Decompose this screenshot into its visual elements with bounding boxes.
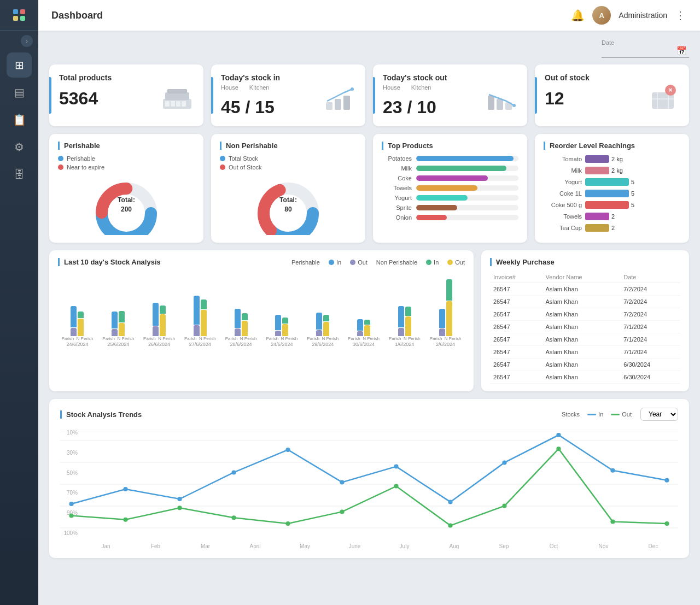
- calendar-icon[interactable]: 📅: [676, 46, 687, 56]
- legend-total-stock: Total Stock: [220, 155, 262, 162]
- sidebar-item-dashboard[interactable]: ⊞: [7, 52, 32, 78]
- bar-np-in: [201, 299, 207, 309]
- sidebar-nav: ⊞ ▤ 📋 ⚙ 🗄: [0, 52, 38, 187]
- logo-grid: [13, 9, 25, 21]
- trend-x-label: Jan: [81, 543, 131, 549]
- stock-out-icon: [485, 86, 517, 118]
- svg-rect-9: [343, 96, 350, 110]
- near-expire-dot: [58, 165, 63, 170]
- date-cell: 6/30/2024: [620, 359, 680, 371]
- top-product-item: Sprite: [382, 204, 518, 211]
- vendor-cell: Aslam Khan: [542, 359, 620, 371]
- stat-title-out: Out of stock: [545, 73, 679, 82]
- bell-icon[interactable]: 🔔: [571, 9, 585, 22]
- trend-x-label: Feb: [131, 543, 180, 549]
- svg-rect-3: [176, 101, 180, 107]
- bar-np-out: [78, 319, 84, 336]
- sidebar-item-reports[interactable]: 📋: [7, 107, 32, 132]
- product-bar-track: [416, 156, 518, 161]
- date-cell: 7/2/2024: [620, 308, 680, 321]
- bar-p-out: [275, 331, 281, 336]
- product-name: Coke: [382, 175, 412, 181]
- stock-bar-group: Parish N Perish 27/6/2024: [180, 281, 219, 347]
- bar-np-out: [323, 322, 329, 336]
- bar-np-in: [323, 315, 329, 321]
- svg-point-37: [448, 500, 452, 504]
- product-bar-fill: [416, 205, 457, 210]
- top-products-list: Potatoes Milk Coke Towels Yogurt Sprite …: [382, 155, 518, 221]
- perishable-label: Perishable: [67, 155, 95, 162]
- trend-x-label: June: [330, 543, 380, 549]
- svg-point-32: [177, 497, 182, 501]
- sidebar-item-settings[interactable]: ⚙: [7, 134, 32, 160]
- table-row: 26547 Aslam Khan 7/2/2024: [490, 308, 680, 321]
- reorder-item: Milk 2 kg: [544, 167, 680, 174]
- trends-svg: [60, 430, 678, 539]
- sidebar-item-list[interactable]: ▤: [7, 80, 32, 105]
- svg-point-49: [448, 524, 452, 528]
- bar-label: Parish N Perish: [62, 336, 94, 342]
- total-stock-dot: [220, 156, 225, 161]
- year-select[interactable]: Year 2024 2023: [640, 408, 678, 421]
- stock-in-kitchen: Kitchen: [249, 84, 270, 91]
- table-row: 26547 Aslam Khan 7/2/2024: [490, 296, 680, 308]
- product-bar-track: [416, 215, 518, 220]
- reorder-bar: [585, 155, 609, 163]
- stock-bar-group: Parish N Perish 26/6/2024: [140, 281, 179, 347]
- date-input[interactable]: [602, 47, 689, 58]
- bar-p-in: [357, 319, 363, 331]
- trend-x-label: May: [280, 543, 330, 549]
- svg-point-33: [231, 470, 236, 474]
- perishable-title: Perishable: [58, 142, 195, 150]
- bar-np-out: [160, 314, 166, 336]
- bar-date: 2/6/2024: [436, 342, 455, 347]
- svg-point-43: [123, 518, 127, 522]
- svg-rect-11: [488, 96, 494, 110]
- bar-p-in: [316, 313, 322, 330]
- legend-perishable-in: In: [329, 259, 341, 266]
- sidebar: › ⊞ ▤ 📋 ⚙ 🗄: [0, 0, 38, 605]
- perishable-dot: [58, 156, 63, 161]
- more-options-icon[interactable]: ⋮: [675, 9, 687, 22]
- reorder-bar-wrap: 2: [585, 224, 615, 232]
- svg-rect-8: [335, 99, 341, 110]
- stock-bar-group: Parish N Perish 30/6/2024: [345, 281, 383, 347]
- invoice-cell: 26547: [490, 308, 542, 321]
- invoice-cell: 26547: [490, 359, 542, 371]
- stat-title-total: Total products: [59, 73, 194, 82]
- reorder-bar-wrap: 5: [585, 190, 634, 197]
- reorder-bar-wrap: 2 kg: [585, 167, 623, 174]
- date-cell: 7/1/2024: [620, 346, 680, 359]
- bar-label: Parish N Perish: [266, 336, 298, 342]
- dot-p-in: [329, 260, 334, 265]
- bar-np-in: [364, 320, 370, 325]
- bar-p-in: [112, 312, 118, 328]
- out-stock-label: Out of Stock: [229, 164, 262, 171]
- stock-bar-group: Parish N Perish 25/6/2024: [99, 281, 138, 347]
- sidebar-toggle[interactable]: ›: [21, 35, 33, 47]
- trend-x-label: Dec: [628, 543, 678, 549]
- reorder-qty: 5: [631, 190, 634, 197]
- product-bar-fill: [416, 195, 468, 201]
- trend-x-label: Nov: [579, 543, 628, 549]
- products-icon: [161, 86, 194, 118]
- date-cell: 7/1/2024: [620, 321, 680, 333]
- trend-x-label: July: [380, 543, 429, 549]
- svg-point-38: [502, 460, 506, 465]
- svg-point-14: [512, 104, 516, 107]
- bar-np-out: [405, 316, 411, 336]
- stock-bars-wrap: Parish N Perish 24/6/2024 Parish N Peris…: [58, 276, 465, 347]
- total-stock-label: Total Stock: [229, 155, 258, 162]
- bar-p-in: [235, 309, 241, 328]
- sidebar-item-database[interactable]: 🗄: [7, 162, 32, 187]
- non-perishable-total: Total:Total: 80: [279, 196, 297, 214]
- legend-out: Out: [611, 411, 632, 418]
- top-product-item: Towels: [382, 185, 518, 191]
- reorder-product-name: Tomato: [544, 156, 582, 162]
- reorder-item: Tomato 2 kg: [544, 155, 680, 163]
- vendor-cell: Aslam Khan: [542, 333, 620, 346]
- reorder-product-name: Coke 500 g: [544, 202, 582, 208]
- svg-point-40: [610, 468, 615, 473]
- in-label: In: [598, 411, 603, 418]
- legend-perishable: Perishable: [58, 155, 104, 162]
